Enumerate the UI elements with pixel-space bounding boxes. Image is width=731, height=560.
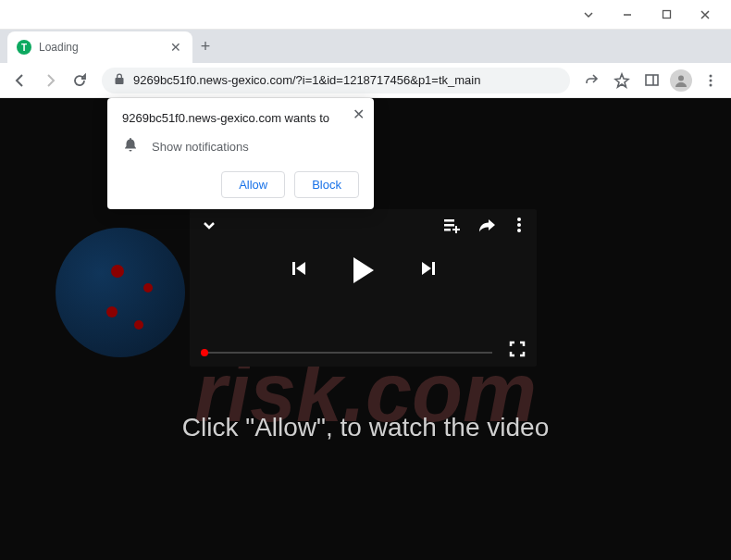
window-controls bbox=[0, 0, 731, 30]
more-vert-icon[interactable] bbox=[513, 217, 526, 237]
svg-point-14 bbox=[517, 229, 521, 232]
svg-point-13 bbox=[517, 223, 521, 227]
svg-rect-15 bbox=[292, 262, 295, 275]
tab-close-button[interactable]: ✕ bbox=[168, 40, 183, 55]
previous-track-button[interactable] bbox=[291, 260, 307, 280]
svg-point-3 bbox=[678, 75, 684, 81]
share-arrow-icon[interactable] bbox=[477, 218, 496, 236]
popup-permission-label: Show notifications bbox=[152, 140, 249, 154]
popup-close-button[interactable]: ✕ bbox=[353, 106, 365, 123]
svg-point-5 bbox=[710, 79, 712, 81]
favicon-icon: T bbox=[17, 40, 31, 55]
svg-rect-0 bbox=[663, 11, 670, 19]
avatar-icon bbox=[670, 69, 692, 92]
share-button[interactable] bbox=[579, 68, 605, 93]
popup-domain-text: 9269bc51f0.news-gexico.com wants to bbox=[122, 111, 359, 125]
watermark-circle-icon bbox=[56, 228, 185, 357]
profile-button[interactable] bbox=[668, 68, 694, 93]
svg-point-4 bbox=[710, 74, 712, 77]
playlist-add-icon[interactable] bbox=[442, 217, 461, 237]
progress-bar[interactable] bbox=[201, 352, 492, 354]
notification-permission-popup: ✕ 9269bc51f0.news-gexico.com wants to Sh… bbox=[107, 98, 374, 209]
reload-button[interactable] bbox=[67, 68, 93, 93]
chevron-down-icon[interactable] bbox=[201, 217, 217, 237]
browser-toolbar: 9269bc51f0.news-gexico.com/?i=1&id=12187… bbox=[0, 63, 731, 98]
menu-button[interactable] bbox=[698, 68, 724, 93]
fullscreen-button[interactable] bbox=[509, 341, 526, 361]
svg-point-12 bbox=[517, 218, 521, 221]
bell-icon bbox=[122, 136, 139, 156]
svg-rect-16 bbox=[432, 262, 435, 275]
svg-rect-11 bbox=[452, 229, 460, 230]
side-panel-button[interactable] bbox=[638, 68, 664, 93]
svg-rect-8 bbox=[444, 224, 454, 227]
svg-rect-1 bbox=[646, 75, 658, 85]
play-button[interactable] bbox=[353, 257, 374, 283]
forward-button[interactable] bbox=[37, 68, 63, 93]
window-minimize-button[interactable] bbox=[609, 2, 646, 28]
next-track-button[interactable] bbox=[420, 260, 437, 280]
video-player bbox=[190, 209, 537, 367]
bookmark-button[interactable] bbox=[609, 68, 635, 93]
cta-text: Click "Allow", to watch the video bbox=[0, 413, 731, 442]
back-button[interactable] bbox=[7, 68, 33, 93]
allow-button[interactable]: Allow bbox=[221, 171, 285, 198]
tab-title: Loading bbox=[39, 41, 161, 54]
svg-point-6 bbox=[710, 83, 712, 86]
window-close-button[interactable] bbox=[687, 2, 724, 28]
new-tab-button[interactable]: + bbox=[192, 33, 218, 59]
browser-tab[interactable]: T Loading ✕ bbox=[7, 31, 192, 63]
window-dropdown-button[interactable] bbox=[570, 2, 607, 28]
tab-bar: T Loading ✕ + bbox=[0, 30, 731, 63]
block-button[interactable]: Block bbox=[294, 171, 359, 198]
progress-handle-icon[interactable] bbox=[201, 349, 208, 356]
address-bar[interactable]: 9269bc51f0.news-gexico.com/?i=1&id=12187… bbox=[102, 68, 570, 93]
svg-rect-7 bbox=[444, 219, 454, 222]
window-maximize-button[interactable] bbox=[648, 2, 685, 28]
url-text: 9269bc51f0.news-gexico.com/?i=1&id=12187… bbox=[133, 73, 559, 87]
svg-rect-9 bbox=[444, 229, 451, 231]
lock-icon bbox=[113, 72, 126, 89]
